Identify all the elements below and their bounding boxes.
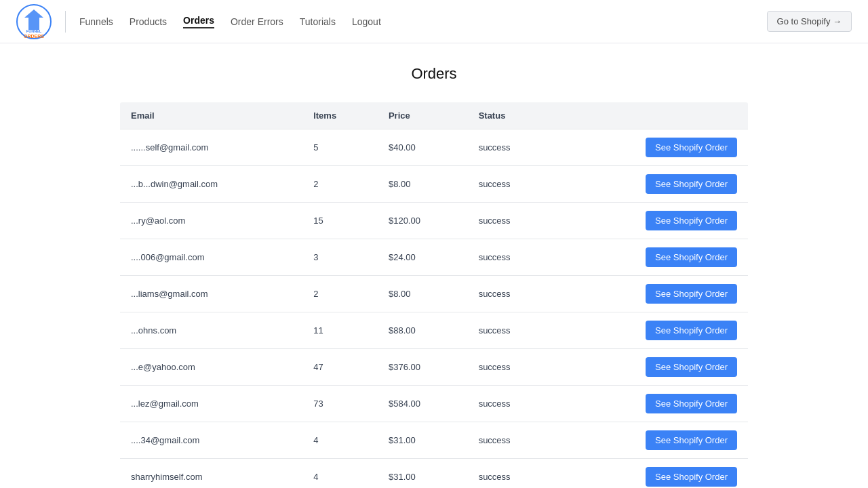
- cell-status: success: [468, 422, 558, 459]
- col-header-price: Price: [378, 102, 468, 129]
- see-shopify-order-button[interactable]: See Shopify Order: [646, 321, 737, 340]
- cell-price: $40.00: [378, 129, 468, 166]
- header: ORDERS FUNNEL Funnels Products Orders Or…: [0, 0, 868, 43]
- orders-tbody: ......self@gmail.com5$40.00successSee Sh…: [120, 129, 749, 489]
- table-row: ...ohns.com11$88.00successSee Shopify Or…: [120, 312, 749, 349]
- cell-price: $31.00: [378, 422, 468, 459]
- logo: ORDERS FUNNEL: [16, 4, 52, 39]
- cell-status: success: [468, 166, 558, 203]
- cell-action: See Shopify Order: [557, 239, 748, 276]
- cell-status: success: [468, 276, 558, 312]
- cell-price: $8.00: [378, 166, 468, 203]
- nav-orders[interactable]: Orders: [183, 15, 214, 28]
- cell-items: 15: [302, 203, 378, 239]
- cell-status: success: [468, 386, 558, 422]
- nav-products[interactable]: Products: [130, 16, 167, 27]
- main-content: Orders Email Items Price Status ......se…: [108, 43, 760, 488]
- cell-action: See Shopify Order: [557, 386, 748, 422]
- table-row: ....34@gmail.com4$31.00successSee Shopif…: [120, 422, 749, 459]
- cell-action: See Shopify Order: [557, 459, 748, 489]
- cell-status: success: [468, 312, 558, 349]
- cell-email: ......self@gmail.com: [120, 129, 303, 166]
- cell-email: ...b...dwin@gmail.com: [120, 166, 303, 203]
- cell-status: success: [468, 203, 558, 239]
- cell-action: See Shopify Order: [557, 276, 748, 312]
- cell-status: success: [468, 349, 558, 386]
- logo-icon: ORDERS FUNNEL: [16, 4, 52, 39]
- see-shopify-order-button[interactable]: See Shopify Order: [646, 174, 737, 194]
- cell-email: ....34@gmail.com: [120, 422, 303, 459]
- cell-email: ...lez@gmail.com: [120, 386, 303, 422]
- svg-text:FUNNEL: FUNNEL: [26, 29, 42, 33]
- table-row: ...liams@gmail.com2$8.00successSee Shopi…: [120, 276, 749, 312]
- nav-divider: [65, 11, 66, 33]
- table-row: ...b...dwin@gmail.com2$8.00successSee Sh…: [120, 166, 749, 203]
- orders-table: Email Items Price Status ......self@gmai…: [119, 102, 749, 488]
- cell-status: success: [468, 459, 558, 489]
- cell-items: 3: [302, 239, 378, 276]
- table-row: ....006@gmail.com3$24.00successSee Shopi…: [120, 239, 749, 276]
- cell-items: 73: [302, 386, 378, 422]
- nav-logout[interactable]: Logout: [352, 16, 381, 27]
- col-header-items: Items: [302, 102, 378, 129]
- cell-action: See Shopify Order: [557, 349, 748, 386]
- cell-action: See Shopify Order: [557, 422, 748, 459]
- nav-funnels[interactable]: Funnels: [79, 16, 113, 27]
- page-title: Orders: [119, 65, 749, 83]
- cell-price: $31.00: [378, 459, 468, 489]
- see-shopify-order-button[interactable]: See Shopify Order: [646, 394, 737, 413]
- cell-items: 2: [302, 276, 378, 312]
- cell-action: See Shopify Order: [557, 312, 748, 349]
- cell-status: success: [468, 129, 558, 166]
- cell-email: ...e@yahoo.com: [120, 349, 303, 386]
- cell-items: 4: [302, 422, 378, 459]
- cell-items: 4: [302, 459, 378, 489]
- cell-email: ...liams@gmail.com: [120, 276, 303, 312]
- table-header: Email Items Price Status: [120, 102, 749, 129]
- table-header-row: Email Items Price Status: [120, 102, 749, 129]
- col-header-action: [557, 102, 748, 129]
- cell-action: See Shopify Order: [557, 203, 748, 239]
- cell-items: 11: [302, 312, 378, 349]
- table-row: ...lez@gmail.com73$584.00successSee Shop…: [120, 386, 749, 422]
- go-shopify-button[interactable]: Go to Shopify →: [767, 11, 852, 32]
- cell-price: $24.00: [378, 239, 468, 276]
- cell-email: ...ry@aol.com: [120, 203, 303, 239]
- see-shopify-order-button[interactable]: See Shopify Order: [646, 247, 737, 267]
- cell-items: 47: [302, 349, 378, 386]
- table-row: ...e@yahoo.com47$376.00successSee Shopif…: [120, 349, 749, 386]
- cell-price: $88.00: [378, 312, 468, 349]
- cell-price: $120.00: [378, 203, 468, 239]
- cell-action: See Shopify Order: [557, 129, 748, 166]
- see-shopify-order-button[interactable]: See Shopify Order: [646, 211, 737, 230]
- cell-price: $376.00: [378, 349, 468, 386]
- see-shopify-order-button[interactable]: See Shopify Order: [646, 284, 737, 304]
- cell-items: 5: [302, 129, 378, 166]
- see-shopify-order-button[interactable]: See Shopify Order: [646, 357, 737, 377]
- cell-price: $8.00: [378, 276, 468, 312]
- table-row: ......self@gmail.com5$40.00successSee Sh…: [120, 129, 749, 166]
- nav-order-errors[interactable]: Order Errors: [231, 16, 283, 27]
- see-shopify-order-button[interactable]: See Shopify Order: [646, 467, 737, 487]
- nav-tutorials[interactable]: Tutorials: [300, 16, 336, 27]
- cell-status: success: [468, 239, 558, 276]
- cell-email: ....006@gmail.com: [120, 239, 303, 276]
- cell-items: 2: [302, 166, 378, 203]
- see-shopify-order-button[interactable]: See Shopify Order: [646, 138, 737, 157]
- header-left: ORDERS FUNNEL Funnels Products Orders Or…: [16, 4, 381, 39]
- table-row: sharryhimself.com4$31.00successSee Shopi…: [120, 459, 749, 489]
- see-shopify-order-button[interactable]: See Shopify Order: [646, 430, 737, 450]
- cell-email: sharryhimself.com: [120, 459, 303, 489]
- col-header-email: Email: [120, 102, 303, 129]
- svg-text:ORDERS: ORDERS: [24, 34, 44, 39]
- col-header-status: Status: [468, 102, 558, 129]
- table-row: ...ry@aol.com15$120.00successSee Shopify…: [120, 203, 749, 239]
- cell-action: See Shopify Order: [557, 166, 748, 203]
- cell-email: ...ohns.com: [120, 312, 303, 349]
- main-nav: Funnels Products Orders Order Errors Tut…: [79, 15, 381, 28]
- cell-price: $584.00: [378, 386, 468, 422]
